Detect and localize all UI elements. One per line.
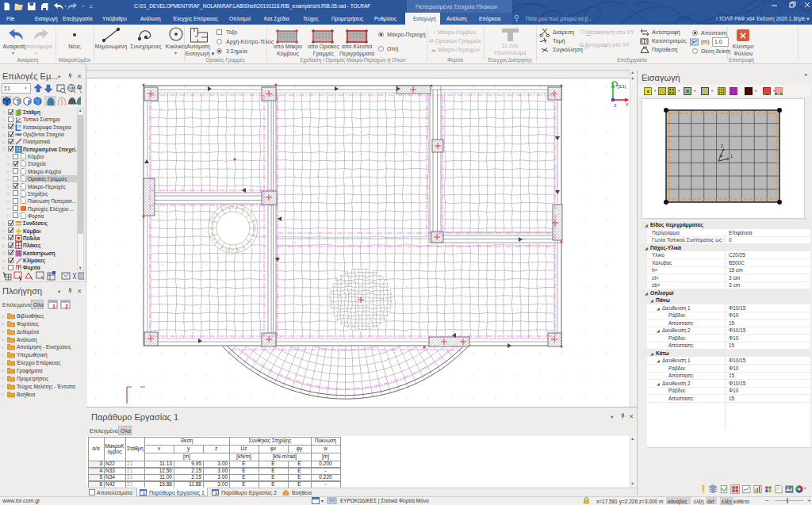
svg-text:x: x <box>626 101 629 107</box>
svg-text:φ: φ <box>720 153 723 158</box>
svg-text:z: z <box>614 102 617 108</box>
svg-text:1: 1 <box>730 154 733 159</box>
svg-text:1: 1 <box>52 304 56 309</box>
svg-text:▾: ▾ <box>321 499 324 503</box>
svg-text:2: 2 <box>721 143 723 148</box>
svg-text:[Σ1]: [Σ1] <box>618 84 626 89</box>
svg-text:2: 2 <box>65 304 68 309</box>
svg-text:»: » <box>804 485 807 490</box>
